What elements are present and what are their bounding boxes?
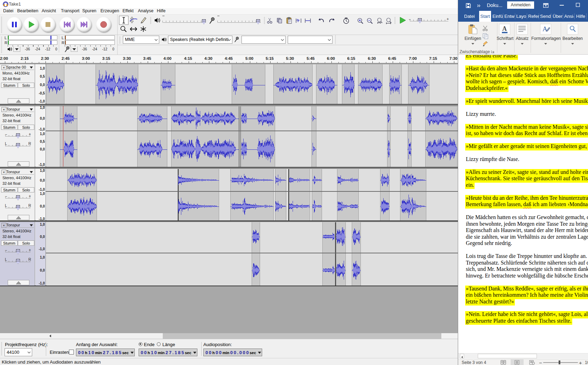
svg-text:A: A <box>502 25 507 32</box>
